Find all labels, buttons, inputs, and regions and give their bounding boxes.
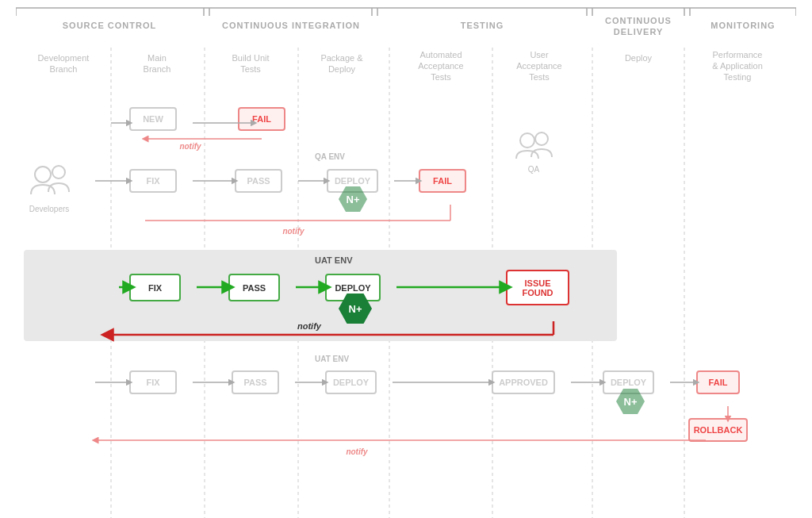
box-pass-row4: PASS: [232, 370, 279, 394]
box-fix-row2: FIX: [129, 169, 177, 193]
svg-point-47: [52, 166, 65, 178]
box-fail-cd-row4: FAIL: [696, 370, 740, 394]
box-issue-found: ISSUEFOUND: [506, 270, 569, 305]
svg-text:CONTINUOUS INTEGRATION: CONTINUOUS INTEGRATION: [222, 21, 360, 30]
svg-text:QA: QA: [528, 165, 540, 174]
svg-text:MONITORING: MONITORING: [710, 21, 775, 30]
qa-icon: QA: [506, 123, 569, 186]
svg-point-46: [35, 167, 51, 182]
box-deploy-row4: DEPLOY: [325, 370, 377, 394]
svg-text:TESTING: TESTING: [461, 21, 504, 30]
box-fix-row3: FIX: [129, 274, 181, 301]
svg-text:Developers: Developers: [29, 205, 70, 213]
uat-env-label-row3: UAT ENV: [315, 255, 352, 265]
svg-text:SOURCE CONTROL: SOURCE CONTROL: [63, 21, 157, 30]
box-approved-row4: APPROVED: [492, 370, 555, 394]
uat-env-label-row4: UAT ENV: [315, 355, 349, 363]
diagram-container: SOURCE CONTROL CONTINUOUS INTEGRATION TE…: [0, 0, 812, 518]
box-fix-row4: FIX: [129, 370, 177, 394]
svg-point-56: [520, 133, 534, 148]
developers-icon: Developers: [19, 155, 90, 218]
box-rollback-row4: ROLLBACK: [688, 418, 748, 442]
box-fail-row1: FAIL: [238, 107, 285, 131]
box-new-row1: NEW: [129, 107, 177, 131]
phase-headers-svg: SOURCE CONTROL CONTINUOUS INTEGRATION TE…: [16, 6, 796, 46]
box-pass-row2: PASS: [235, 169, 282, 193]
box-fail-row2: FAIL: [419, 169, 466, 193]
svg-text:DELIVERY: DELIVERY: [614, 27, 664, 36]
qa-env-label: QA ENV: [315, 152, 345, 161]
box-pass-row3: PASS: [228, 274, 280, 301]
svg-point-57: [535, 132, 548, 145]
svg-text:CONTINUOUS: CONTINUOUS: [605, 16, 672, 25]
